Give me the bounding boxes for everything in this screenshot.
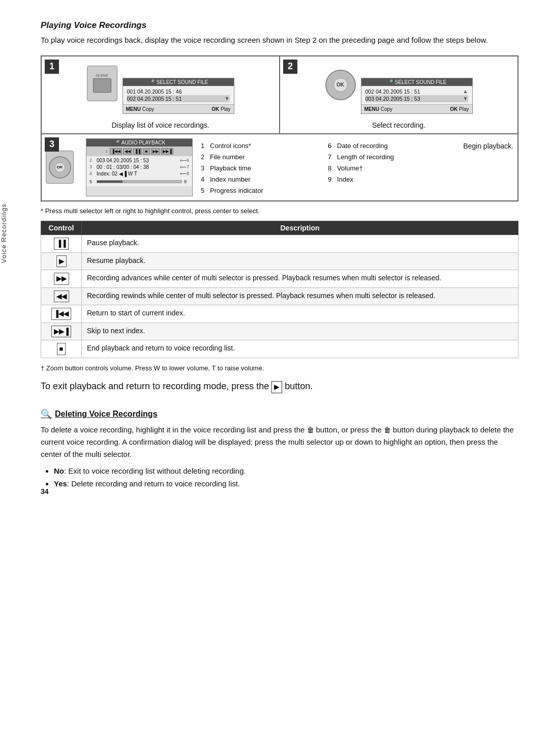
- step-1-cell: 1 SCENE 🎤 SELECT SOUND FILE: [41, 56, 280, 134]
- ann-8: 8 Volume†: [328, 163, 455, 174]
- row-num-3: 3: [89, 164, 96, 169]
- ctrl-sym-pause: ▐▐: [54, 238, 68, 250]
- ann-num-6: 6: [328, 140, 335, 152]
- step-2-screen-body: 002 04.20.2005 15 : 51 ▲ 003 04.20.2005 …: [361, 86, 472, 104]
- step-2-screen-header: 🎤 SELECT SOUND FILE: [361, 78, 472, 86]
- playing-title: Playing Voice Recordings: [41, 20, 518, 31]
- exit-text: To exit playback and return to recording…: [41, 381, 269, 391]
- step-3-cell: 3 OK 🎤 AUDIO PLAYBACK 1: [41, 134, 518, 201]
- step-2-screen: 🎤 SELECT SOUND FILE 002 04.20.2005 15 : …: [361, 78, 473, 114]
- ann-num-2: 2: [201, 152, 208, 163]
- ctrl-btn-forward[interactable]: ▶▶: [151, 148, 160, 155]
- bullet-yes: Yes: Delete recording and return to voic…: [54, 477, 518, 490]
- step-2-content: OK 🎤 SELECT SOUND FILE 002 04.20.2005 15…: [325, 66, 473, 116]
- step-2-scroll-up: ▲: [463, 89, 468, 95]
- ctrl-sym-resume: ▶: [56, 255, 67, 268]
- desc-ff: Recording advances while center of multi…: [82, 270, 518, 288]
- trash-icon-1: 🗑: [307, 426, 316, 434]
- ctrl-btn-rewind[interactable]: ◀◀: [123, 148, 132, 155]
- bullet-no-text: Exit to voice recording list without del…: [68, 467, 246, 475]
- row-num-2: 2: [89, 158, 96, 163]
- step-3-annotations: 1 Control icons* 6 Date of recording 2 F…: [201, 138, 455, 196]
- ann-num-4: 4: [201, 174, 208, 185]
- step-1-label: Display list of voice recordings.: [111, 121, 209, 129]
- step-2-row-2-val: 003 04.20.2005 15 : 53: [365, 96, 420, 102]
- bullet-yes-label: Yes: [54, 479, 67, 488]
- ann-2: 2 File number: [201, 152, 328, 163]
- prog-num-5: 5: [89, 179, 95, 184]
- step-1-ok: OK Play: [211, 106, 230, 112]
- step-1-row-1: 001 04.20.2005 15 : 46: [127, 88, 230, 95]
- deleting-text-1: To delete a voice recording, highlight i…: [41, 425, 304, 434]
- step-1-menu: MENU Copy: [126, 106, 155, 112]
- control-table-header-row: Control Description: [41, 221, 518, 235]
- ann-num-3: 3: [201, 163, 208, 174]
- table-row: ■ End playback and return to voice recor…: [41, 340, 518, 358]
- ann-text-4: Index number: [210, 174, 251, 185]
- ctrl-ff: ▶▶: [41, 270, 82, 288]
- ctrl-btn-next-end[interactable]: ▶▶▐: [161, 148, 173, 155]
- row-val-file: 003 04.20.2005 15 : 53: [97, 158, 179, 163]
- delete-icon: 🔍: [41, 409, 52, 420]
- playback-screen: 🎤 AUDIO PLAYBACK 1 ▐◀◀ ◀◀ ▐▐ ■ ▶▶ ▶▶▐: [86, 138, 193, 196]
- mic-icon-1: 🎤: [148, 79, 155, 85]
- ctrl-btn-prev-start[interactable]: ▐◀◀: [110, 148, 122, 155]
- step-2-screen-title: SELECT SOUND FILE: [395, 79, 447, 85]
- ann-5: 5 Progress indicator: [201, 185, 328, 196]
- deleting-bullets: No: Exit to voice recording list without…: [46, 464, 518, 490]
- ann-text-5: Progress indicator: [210, 185, 263, 196]
- ctrl-btn-stop[interactable]: ■: [143, 148, 150, 155]
- page-number: 34: [41, 487, 49, 496]
- deleting-section: 🔍 Deleting Voice Recordings To delete a …: [41, 409, 518, 490]
- playback-info: 2 003 04.20.2005 15 : 53 ⟵6 3 00 : 01 : …: [86, 156, 192, 178]
- ann-num-5: 5: [201, 185, 208, 196]
- row-val-time: 00 : 01 : 03/00 : 04 : 38: [97, 164, 179, 170]
- playback-row-time: 3 00 : 01 : 03/00 : 04 : 38 ⟵7: [89, 164, 189, 170]
- step-2-row-2: 003 04.20.2005 15 : 53 ▼: [365, 95, 468, 102]
- desc-resume: Resume playback.: [82, 252, 518, 270]
- ann-num-1: 1: [201, 140, 208, 152]
- step-3-label: Begin playback.: [463, 142, 513, 150]
- step-2-footer: MENU Copy OK Play: [361, 104, 472, 113]
- ann-4: 4 Index number: [201, 174, 328, 185]
- row-arrow-7: ⟵7: [180, 164, 189, 169]
- step-3-ok-inner: OK: [55, 162, 65, 172]
- bullet-no-label: No: [54, 467, 64, 475]
- ctrl-resume: ▶: [41, 252, 82, 270]
- desc-next: Skip to next index.: [82, 323, 518, 340]
- step-2-number: 2: [283, 60, 297, 74]
- step-1-row-2-val: 002 04.20.2005 15 : 51: [127, 96, 182, 102]
- playback-progress: 5 9: [86, 178, 192, 186]
- step-1-camera: SCENE: [87, 66, 117, 101]
- step-1-row-2: 002 04.20.2005 15 : 51 ▼: [127, 95, 230, 102]
- ctrl-btn-pause[interactable]: ▐▐: [133, 148, 142, 155]
- step-1-scroll: ▼: [225, 96, 230, 102]
- progress-bar-wrap: 5 9: [89, 179, 189, 184]
- bullet-yes-text: Delete recording and return to voice rec…: [71, 479, 240, 488]
- step-3-label-wrap: Begin playback.: [463, 141, 513, 196]
- step-2-ok-dial: OK: [325, 70, 356, 100]
- trash-icon-2: 🗑: [384, 426, 393, 434]
- ctrl-sym-stop: ■: [57, 343, 66, 355]
- playback-controls: 1 ▐◀◀ ◀◀ ▐▐ ■ ▶▶ ▶▶▐: [86, 147, 192, 156]
- control-table-header-description: Description: [82, 221, 518, 235]
- table-row: ▐◀◀ Return to start of current index.: [41, 305, 518, 323]
- ctrl-row-label-1: 1: [105, 149, 107, 154]
- ctrl-next: ▶▶▐: [41, 323, 82, 340]
- playback-header: 🎤 AUDIO PLAYBACK: [86, 139, 192, 147]
- ann-text-6: Date of recording: [337, 140, 388, 152]
- step-3-number: 3: [45, 137, 59, 152]
- ann-num-9: 9: [328, 174, 335, 185]
- control-table: Control Description ▐▐ Pause playback. ▶…: [41, 221, 518, 358]
- control-table-body: ▐▐ Pause playback. ▶ Resume playback. ▶▶…: [41, 235, 518, 358]
- step-2-row-1-val: 002 04.20.2005 15 : 51: [365, 89, 420, 95]
- ctrl-sym-prev: ▐◀◀: [51, 308, 71, 320]
- row-arrow-8: ⟵8: [180, 171, 189, 176]
- step-2-scroll-dn: ▼: [463, 96, 468, 102]
- step-1-footer: MENU Copy OK Play: [123, 104, 234, 113]
- step-1-screen-header: 🎤 SELECT SOUND FILE: [123, 78, 234, 86]
- desc-pause: Pause playback.: [82, 235, 518, 253]
- playing-section: Playing Voice Recordings To play voice r…: [41, 20, 518, 216]
- step-2-row-1: 002 04.20.2005 15 : 51 ▲: [365, 88, 468, 95]
- ann-num-7: 7: [328, 152, 335, 163]
